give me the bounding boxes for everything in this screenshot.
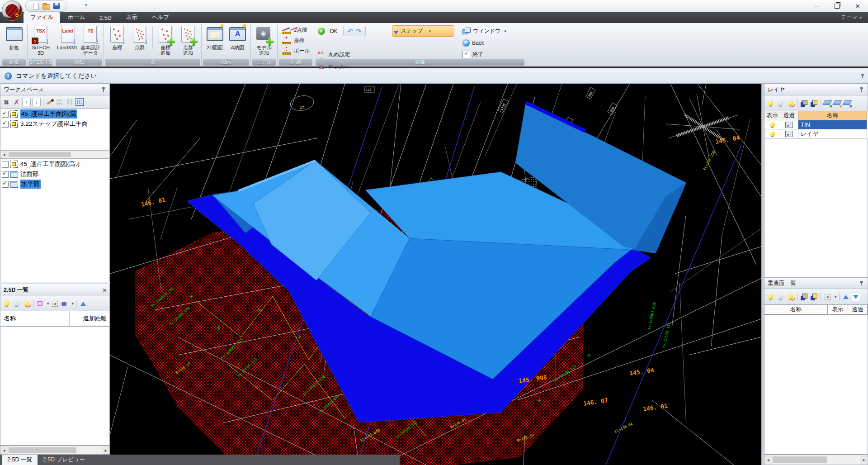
snap-button[interactable]: ▶スナップ▾ xyxy=(392,25,454,37)
bulb-check-icon[interactable] xyxy=(786,293,795,301)
square-pair-b-icon[interactable] xyxy=(810,293,818,301)
scrollbar-thumb[interactable] xyxy=(9,152,71,157)
checkbox[interactable] xyxy=(2,171,9,178)
layer-table-empty[interactable] xyxy=(764,139,868,277)
ribbon-button-座標追加[interactable]: 座標追加 xyxy=(154,24,177,56)
tree-item-法面部[interactable]: 法面部 xyxy=(0,169,109,179)
camera-icon[interactable] xyxy=(61,299,69,308)
brush-icon[interactable] xyxy=(46,98,54,106)
checkbox[interactable] xyxy=(2,181,9,188)
ribbon-button-点群追加[interactable]: 点群追加 xyxy=(177,24,199,56)
ribbon-button-新規[interactable]: 新規 xyxy=(3,24,25,50)
window-menu-button[interactable]: ウィンドウ▾ xyxy=(461,25,514,37)
tree-item-45_護岸工平面図(高オ[interactable]: 45_護岸工平面図(高オ xyxy=(0,159,109,169)
tri-down-icon[interactable] xyxy=(852,293,860,301)
ribbon-button-A納図[interactable]: ✦A納図 xyxy=(226,24,249,56)
close-button[interactable]: × xyxy=(847,0,868,12)
minimize-button[interactable] xyxy=(806,0,826,12)
new-document-icon[interactable] xyxy=(32,2,40,10)
ribbon-button-ポール[interactable]: ポール xyxy=(279,46,312,56)
tri-up-icon[interactable] xyxy=(79,299,87,308)
ribbon-button-2D図面[interactable]: ✦2D図面 xyxy=(203,24,226,50)
checkbox[interactable] xyxy=(2,121,9,128)
tab-表示[interactable]: 表示 xyxy=(119,12,144,23)
panel-25d-list[interactable] xyxy=(0,326,110,446)
bulb-on-icon[interactable] xyxy=(766,99,775,108)
layer-row-レイヤ[interactable]: レイヤ xyxy=(764,129,868,138)
chevron-down-icon[interactable]: ▾ xyxy=(47,301,49,306)
square-pair-b-icon[interactable] xyxy=(810,99,818,108)
vertical-hscrollbar[interactable]: ◂ ▸ xyxy=(764,455,868,465)
scrollbar-thumb[interactable] xyxy=(9,447,76,453)
workspace-pin-icon[interactable] xyxy=(101,87,106,92)
bulb-off-icon[interactable] xyxy=(776,293,785,301)
ribbon-button-モデル追加[interactable]: ◈モデル追加 xyxy=(253,24,275,56)
bulb-check-icon[interactable] xyxy=(786,99,795,108)
ribbon-button-2点間[interactable]: 2点間 xyxy=(279,25,312,35)
tab-ホーム[interactable]: ホーム xyxy=(61,12,92,23)
move-down-icon[interactable]: ↓ xyxy=(32,98,41,106)
cad-viewport[interactable]: X=-140019.246Y=-93504.040X=-140007.513Y=… xyxy=(110,84,761,465)
scroll-right-arrow-icon[interactable]: ▸ xyxy=(102,446,109,454)
bulb-on-icon[interactable] xyxy=(2,299,11,308)
theme-button[interactable]: テーマ ▾ xyxy=(841,14,868,23)
tab-2.5D[interactable]: 2.5D xyxy=(93,14,118,23)
tri-up-icon[interactable] xyxy=(842,293,850,301)
ribbon-button-点群[interactable]: ↓点群 xyxy=(128,24,151,50)
scroll-left-arrow-icon[interactable]: ◂ xyxy=(0,151,8,158)
bulb-on-icon[interactable] xyxy=(766,293,775,301)
column-header-透過[interactable]: 透過 xyxy=(780,111,798,120)
ribbon-button-SiTECH3D[interactable]: TSX↓SSiTECH3D xyxy=(29,24,52,56)
redo-icon[interactable]: ↷ xyxy=(356,27,362,35)
chevron-down-icon[interactable]: ▾ xyxy=(72,301,74,306)
ribbon-button-座標[interactable]: 座標 xyxy=(279,36,312,45)
checkbox[interactable] xyxy=(2,161,9,168)
scroll-left-arrow-icon[interactable]: ◂ xyxy=(764,455,772,465)
scrollbar-thumb[interactable] xyxy=(773,456,827,463)
column-header-名称[interactable]: 名称 xyxy=(764,305,828,314)
delete-icon[interactable]: ✗ xyxy=(12,98,21,106)
bottom-tab-2.5D 一覧[interactable]: 2.5D 一覧 xyxy=(2,455,38,465)
tree-item-水平部[interactable]: 水平部 xyxy=(0,179,109,189)
back-button[interactable]: ↶Back xyxy=(461,37,514,48)
layer-visible-cell[interactable] xyxy=(764,129,780,138)
bottom-tab-2.5D プレビュー[interactable]: 2.5D プレビュー xyxy=(38,455,91,465)
layer-transparency-cell[interactable] xyxy=(780,129,798,138)
align-v-icon[interactable] xyxy=(66,98,74,106)
column-header-表示[interactable]: 表示 xyxy=(828,305,848,314)
panel-25d-hscrollbar[interactable]: ◂ ▸ xyxy=(0,446,110,455)
cad-canvas[interactable]: X=-140019.246Y=-93504.040X=-140007.513Y=… xyxy=(110,84,761,465)
bulb-on-icon[interactable] xyxy=(768,129,777,138)
chevron-down-icon[interactable]: ▾ xyxy=(505,29,507,33)
focus-icon[interactable] xyxy=(823,293,832,301)
bulb-on-icon[interactable] xyxy=(768,120,777,129)
layer-visible-cell[interactable] xyxy=(764,120,780,129)
vertical-pin-icon[interactable] xyxy=(859,280,864,286)
settings-icon[interactable] xyxy=(2,98,11,106)
move-up-icon[interactable]: ↑ xyxy=(22,98,31,106)
scroll-right-arrow-icon[interactable]: ▸ xyxy=(860,455,868,465)
column-header-名称[interactable]: 名称 xyxy=(798,111,867,120)
column-header-追加距離[interactable]: 追加距離 xyxy=(70,311,109,326)
ok-button[interactable]: ✓OK xyxy=(318,28,337,35)
vertical-table-empty[interactable] xyxy=(764,314,868,455)
scroll-left-arrow-icon[interactable]: ◂ xyxy=(0,446,8,454)
tree-item-3.22ステップ護岸工平面[interactable]: 3.22ステップ護岸工平面 xyxy=(0,119,109,129)
tree-item-45_護岸工平面図(高[interactable]: 45_護岸工平面図(高 xyxy=(0,109,109,119)
pink-square-icon[interactable] xyxy=(36,299,44,308)
app-logo-button[interactable]: S xyxy=(2,0,22,21)
square-pair-a-icon[interactable] xyxy=(800,293,808,301)
bulb-off-icon[interactable] xyxy=(12,299,21,308)
square-pair-a-icon[interactable] xyxy=(800,99,808,108)
align-h-icon[interactable] xyxy=(56,98,64,106)
save-icon[interactable] xyxy=(53,2,61,10)
layers-blue-icon[interactable] xyxy=(843,99,852,108)
ribbon-button-基本設計データ[interactable]: TS↓基本設計データ xyxy=(79,24,102,56)
chevron-down-icon[interactable]: ▾ xyxy=(427,29,431,33)
column-header-表示[interactable]: 表示 xyxy=(764,111,780,120)
layer-transparency-cell[interactable] xyxy=(780,120,798,129)
layers-green-icon[interactable] xyxy=(823,99,832,108)
restore-button[interactable] xyxy=(826,0,847,12)
undo-icon[interactable]: ↶ xyxy=(347,27,353,35)
close-icon[interactable]: × xyxy=(103,287,106,294)
